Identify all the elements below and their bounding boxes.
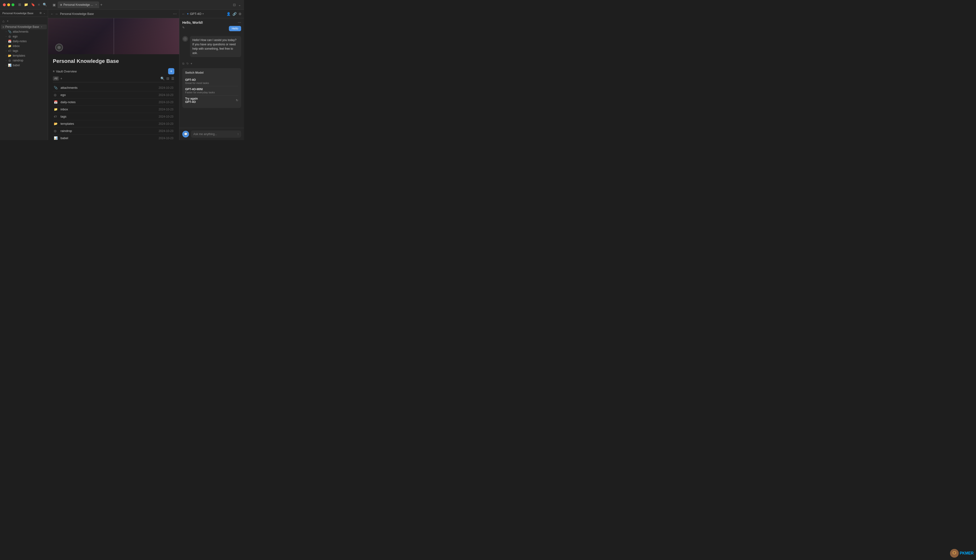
file-item-daily-notes[interactable]: 📅 daily-notes 2024-10-23 bbox=[53, 98, 174, 106]
ai-message-actions: ⧉ ↻ ▾ bbox=[179, 61, 244, 66]
back-button[interactable]: ← bbox=[50, 12, 54, 16]
raindrop-icon: ◎ bbox=[8, 59, 11, 62]
folder-icon[interactable]: 📁 bbox=[24, 3, 28, 7]
ai-hello-button[interactable]: Hello bbox=[229, 26, 241, 31]
file-item-tags[interactable]: 🏷 tags 2024-10-23 bbox=[53, 113, 174, 120]
home-add-icon[interactable]: + bbox=[7, 20, 8, 23]
sidebar-item-raindrop[interactable]: › ◎ raindrop bbox=[0, 58, 48, 63]
page-icon[interactable] bbox=[55, 44, 63, 51]
close-traffic-light[interactable] bbox=[3, 3, 6, 6]
ai-settings-icon[interactable]: ⚙ bbox=[239, 12, 242, 16]
sidebar-home[interactable]: ⌂ + bbox=[0, 18, 48, 24]
fullscreen-traffic-light[interactable] bbox=[12, 3, 14, 6]
model-gpt4o-desc: Great for most tasks bbox=[185, 82, 238, 85]
list-icon[interactable]: ☰ bbox=[171, 77, 174, 80]
refresh-icon[interactable]: ↻ bbox=[186, 62, 189, 65]
tags-file-date: 2024-10-23 bbox=[159, 115, 174, 118]
active-tab[interactable]: ◉ Personal Knowledge ... × bbox=[58, 2, 99, 8]
tab-bar: ▣ ◉ Personal Knowledge ... × + bbox=[53, 2, 231, 8]
sidebar-toggle-icon[interactable]: ▣ bbox=[53, 3, 56, 7]
model-option-retry[interactable]: Try again GPT-4O ↻ bbox=[185, 95, 238, 105]
sidebar-item-label: templates bbox=[13, 54, 25, 57]
chevron-down-icon[interactable]: ⌄ bbox=[238, 3, 241, 7]
ai-connect-icon[interactable]: 🔗 bbox=[232, 12, 237, 16]
raindrop-file-icon: ◎ bbox=[54, 129, 58, 133]
model-option-gpt4o-mini[interactable]: GPT-4O-MINI Faster for everyday tasks bbox=[185, 86, 238, 95]
item-chevron-icon: › bbox=[6, 64, 7, 67]
retry-icon[interactable]: ↻ bbox=[236, 98, 238, 102]
search-filter-icon[interactable]: 🔍 bbox=[160, 77, 164, 80]
tab-close-icon[interactable]: × bbox=[95, 3, 97, 6]
ai-greeting: Hello, World! bbox=[182, 21, 203, 25]
ai-input-box[interactable]: Ask me anything... ↑ bbox=[191, 130, 241, 138]
sidebar-item-templates[interactable]: › 📂 templates bbox=[0, 53, 48, 58]
filter-bar: All + 🔍 ⊟ ☰ bbox=[53, 76, 174, 82]
ai-back-button[interactable]: ← bbox=[182, 12, 185, 16]
ai-send-icon[interactable]: ↑ bbox=[237, 132, 239, 136]
expand-icon[interactable]: ⊡ bbox=[233, 3, 236, 7]
sidebar-item-ego[interactable]: › ◎ ego bbox=[0, 34, 48, 39]
ai-panel-header: Hello, World! ⋯ bbox=[179, 18, 244, 26]
view-icon[interactable]: ⊟ bbox=[166, 77, 169, 80]
file-item-inbox[interactable]: 📁 inbox 2024-10-23 bbox=[53, 106, 174, 113]
ai-chat-icon[interactable]: 💬 bbox=[182, 131, 189, 137]
sidebar-item-tags[interactable]: › 🏷 tags bbox=[0, 48, 48, 53]
titlebar-right-icons: ⊡ ⌄ bbox=[233, 3, 241, 7]
copy-icon[interactable]: ⧉ bbox=[182, 62, 184, 65]
ai-model-chevron-icon: ▾ bbox=[202, 12, 204, 15]
bookmark-icon[interactable]: 🔖 bbox=[31, 3, 35, 7]
attachments-file-date: 2024-10-23 bbox=[159, 86, 174, 90]
file-item-templates[interactable]: 📂 templates 2024-10-23 bbox=[53, 120, 174, 127]
vault-name-label: Personal Knowledge Base bbox=[2, 12, 33, 15]
settings-icon[interactable]: ⚙ bbox=[39, 12, 42, 15]
babel-icon: 📊 bbox=[8, 63, 11, 67]
ai-input-placeholder: Ask me anything... bbox=[193, 132, 217, 136]
sidebar-item-inbox[interactable]: › 📁 inbox bbox=[0, 44, 48, 48]
expand-message-icon[interactable]: ▾ bbox=[191, 62, 192, 65]
minimize-traffic-light[interactable] bbox=[7, 3, 10, 6]
sidebar-item-babel[interactable]: › 📊 babel bbox=[0, 63, 48, 68]
grid-icon[interactable]: ⊞ bbox=[18, 3, 21, 7]
svg-point-1 bbox=[58, 47, 60, 48]
search-icon[interactable]: 🔍 bbox=[43, 3, 47, 7]
forward-button[interactable]: → bbox=[55, 12, 58, 16]
ai-more-button[interactable]: ⋯ bbox=[238, 21, 241, 25]
ai-edit-icon[interactable]: ✎ bbox=[182, 26, 185, 33]
page-title: Personal Knowledge Base bbox=[53, 58, 174, 64]
add-tab-button[interactable]: + bbox=[100, 3, 102, 7]
home-icon: ⌂ bbox=[2, 19, 4, 23]
hero-decoration bbox=[114, 18, 114, 54]
model-option-gpt4o[interactable]: GPT-4O Great for most tasks bbox=[185, 77, 238, 86]
toolbar-more-button[interactable]: ⋯ bbox=[173, 12, 177, 16]
sidebar-item-daily-notes[interactable]: › 📅 daily-notes bbox=[0, 39, 48, 44]
filter-all-button[interactable]: All bbox=[53, 76, 59, 81]
vault-add-button[interactable]: + bbox=[168, 68, 174, 74]
item-chevron-icon: › bbox=[6, 59, 7, 62]
attachments-file-icon: 📎 bbox=[54, 86, 58, 90]
sidebar-section-header[interactable]: ◉ Personal Knowledge Base ▾ bbox=[1, 25, 47, 29]
retry-label: Try again bbox=[185, 97, 198, 100]
ai-panel-toolbar: ← ✦ GPT-4O ▾ 👤 🔗 ⚙ bbox=[179, 10, 244, 18]
sidebar-item-attachments[interactable]: › 📎 attachments bbox=[0, 29, 48, 34]
inbox-file-name: inbox bbox=[60, 107, 159, 111]
file-item-babel[interactable]: 📊 babel 2024-10-23 bbox=[53, 135, 174, 140]
vault-chevron-icon[interactable]: ⌄ bbox=[43, 12, 45, 15]
file-item-attachments[interactable]: 📎 attachments 2024-10-23 bbox=[53, 84, 174, 92]
ego-file-name: ego bbox=[60, 93, 159, 97]
section-chevron-icon: ◉ bbox=[2, 26, 4, 28]
ai-panel: ← ✦ GPT-4O ▾ 👤 🔗 ⚙ Hello, World! ⋯ bbox=[179, 10, 244, 140]
switch-model-title: Switch Model bbox=[185, 71, 238, 74]
file-item-raindrop[interactable]: ◎ raindrop 2024-10-23 bbox=[53, 127, 174, 135]
bookmark2-icon[interactable]: ⌗ bbox=[38, 3, 40, 7]
nav-buttons: ← → bbox=[50, 12, 58, 16]
tags-file-name: tags bbox=[60, 115, 159, 118]
ai-model-selector[interactable]: ✦ GPT-4O ▾ bbox=[187, 12, 204, 16]
ai-action-row: ✎ Hello bbox=[179, 26, 244, 34]
filter-add-button[interactable]: + bbox=[60, 77, 62, 80]
file-item-ego[interactable]: ◎ ego 2024-10-23 bbox=[53, 92, 174, 98]
page-content: Personal Knowledge Base ≡ Vault Overview… bbox=[48, 54, 179, 140]
item-chevron-icon: › bbox=[6, 30, 7, 33]
ai-person-icon[interactable]: 👤 bbox=[226, 12, 231, 16]
babel-file-date: 2024-10-23 bbox=[159, 137, 174, 140]
file-list: 📎 attachments 2024-10-23 ◎ ego 2024-10-2… bbox=[53, 84, 174, 140]
